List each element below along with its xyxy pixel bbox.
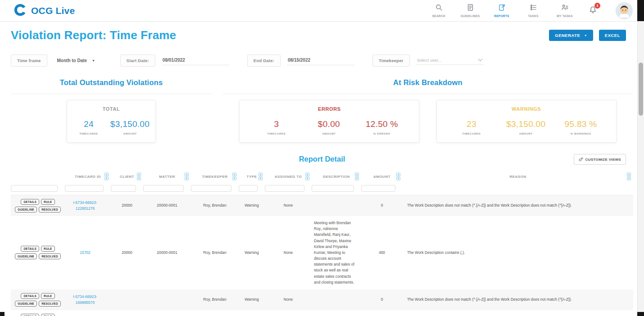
details-button[interactable]: DETAILS [21,314,39,316]
tasks-icon [530,4,537,13]
column-type: TYPE ▲▼ [239,171,265,182]
details-button[interactable]: DETAILS [21,199,39,205]
guidelines-icon [467,4,474,13]
sort-control[interactable]: ▲▼ [396,173,400,181]
sort-asc-icon[interactable]: ▲ [396,173,400,176]
sort-control[interactable]: ▲▼ [627,173,631,181]
sort-asc-icon[interactable]: ▲ [355,173,359,176]
notifications-button[interactable]: 3 [589,5,597,16]
client-cell [111,296,143,304]
sort-desc-icon[interactable]: ▼ [305,177,309,181]
time-frame-select[interactable]: Month to Date ▼ [57,58,95,63]
timekeeper-select[interactable] [416,56,484,65]
column-actions [11,171,65,182]
filter-input-type[interactable] [239,185,258,192]
column-label: DESCRIPTION [323,175,350,179]
sort-asc-icon[interactable]: ▲ [627,173,631,176]
search-icon [435,4,443,13]
nav-item-reports[interactable]: REPORTS [491,4,512,18]
my-tasks-icon [561,4,569,13]
start-date-input[interactable] [162,55,229,65]
sort-desc-icon[interactable]: ▼ [185,177,189,181]
top-bar: OCG Live SEARCH GUIDELINES REPORTS TASKS [0,0,644,22]
sort-desc-icon[interactable]: ▼ [396,177,400,181]
timecard-id-link[interactable]: I-5734-66923-122801276 [73,200,97,211]
at-risk-section: At Risk Breakdown ERRORS 3 TIMECARDS $0.… [222,78,633,143]
guideline-button[interactable]: GUIDELINE [15,253,37,259]
nav-item-search[interactable]: SEARCH [428,4,449,18]
sort-desc-icon[interactable]: ▼ [627,177,631,181]
sort-asc-icon[interactable]: ▲ [305,173,309,176]
nav-item-guidelines[interactable]: GUIDELINES [460,4,481,18]
sort-asc-icon[interactable]: ▲ [259,173,263,176]
generate-button[interactable]: GENERATE ▼ [549,30,593,41]
rule-button[interactable]: RULE [41,199,55,205]
user-avatar[interactable] [616,3,632,19]
sort-control[interactable]: ▲▼ [355,173,359,181]
filter-input-timekeeper[interactable] [191,185,231,192]
filter-input-timecard-id[interactable] [65,185,104,192]
resolved-button[interactable]: RESOLVED [39,253,61,259]
guideline-button[interactable]: GUIDELINE [15,207,37,212]
table-filter-row [11,182,633,195]
timecard-id-link[interactable]: 15702 [80,250,91,255]
description-cell [312,202,361,210]
filter-input-assigned-to[interactable] [265,185,304,192]
resolved-button[interactable]: RESOLVED [39,301,61,307]
sort-asc-icon[interactable]: ▲ [185,173,189,176]
filter-input-client[interactable] [111,185,136,192]
table-row: DETAILS RULE GUIDELINE RESOLVED I-5734-6… [11,310,633,316]
resolved-button[interactable]: RESOLVED [39,207,61,212]
customize-views-button[interactable]: CUSTOMIZE VIEWS [574,154,626,165]
filter-input-matter[interactable] [143,185,184,192]
filter-input-amount[interactable] [361,185,395,192]
ocg-logo-icon [14,3,27,18]
sort-desc-icon[interactable]: ▼ [355,177,359,181]
errors-card: ERRORS 3 TIMECARDS $0.00 AMOUNT 12.50 % … [239,100,419,143]
sort-asc-icon[interactable]: ▲ [232,173,236,176]
page-header: Violation Report: Time Frame GENERATE ▼ … [0,22,644,44]
rule-button[interactable]: RULE [41,246,55,252]
reason-cell: The Work Description contains (,). [403,246,633,260]
metric-amount: $3,150.00 AMOUNT [110,119,150,135]
reason-cell: The Work Description does not match (^.[… [403,293,633,307]
total-violations-heading: Total Outstanding Violations [11,78,212,94]
column-label: AMOUNT [373,175,390,179]
vertical-scrollbar[interactable] [637,21,644,316]
total-card: TOTAL 24 TIMECARDS $3,150.00 AMOUNT [67,100,156,143]
timekeeper-input[interactable] [417,58,467,63]
timecard-id-link[interactable]: I-5734-66923-169985570 [73,294,97,305]
rule-button[interactable]: RULE [41,293,55,299]
excel-button[interactable]: EXCEL [599,30,626,41]
sort-control[interactable]: ▲▼ [259,173,263,181]
brand[interactable]: OCG Live [14,3,75,18]
sort-asc-icon[interactable]: ▲ [104,173,109,176]
sort-desc-icon[interactable]: ▼ [232,177,236,181]
rule-button[interactable]: RULE [41,314,55,316]
scrollbar-thumb[interactable] [639,63,643,116]
nav-item-my-tasks[interactable]: MY TASKS [554,4,575,18]
sort-desc-icon[interactable]: ▼ [259,177,263,181]
sort-control[interactable]: ▲▼ [185,173,189,181]
metric-value: 23 [456,119,487,129]
end-date-input[interactable] [287,55,354,65]
sort-control[interactable]: ▲▼ [137,173,141,181]
column-label: REASON [509,175,526,179]
details-button[interactable]: DETAILS [21,293,39,299]
sort-control[interactable]: ▲▼ [104,173,109,181]
warnings-card: WARNINGS 23 TIMECARDS $3,150.00 AMOUNT 9… [436,100,617,143]
nav-item-tasks[interactable]: TASKS [523,4,544,18]
sort-control[interactable]: ▲▼ [305,173,309,181]
at-risk-heading: At Risk Breakdown [222,78,633,94]
filter-input-description[interactable] [312,185,354,192]
timekeeper-cell: Roy, Brendan [191,199,239,212]
column-client: CLIENT ▲▼ [111,171,143,182]
sort-desc-icon[interactable]: ▼ [137,177,141,181]
details-button[interactable]: DETAILS [21,246,39,252]
filter-input-actions[interactable] [11,185,58,192]
sort-asc-icon[interactable]: ▲ [137,173,141,176]
nav-label: REPORTS [494,14,509,18]
guideline-button[interactable]: GUIDELINE [15,301,37,307]
sort-control[interactable]: ▲▼ [232,173,236,181]
sort-desc-icon[interactable]: ▼ [104,177,109,181]
